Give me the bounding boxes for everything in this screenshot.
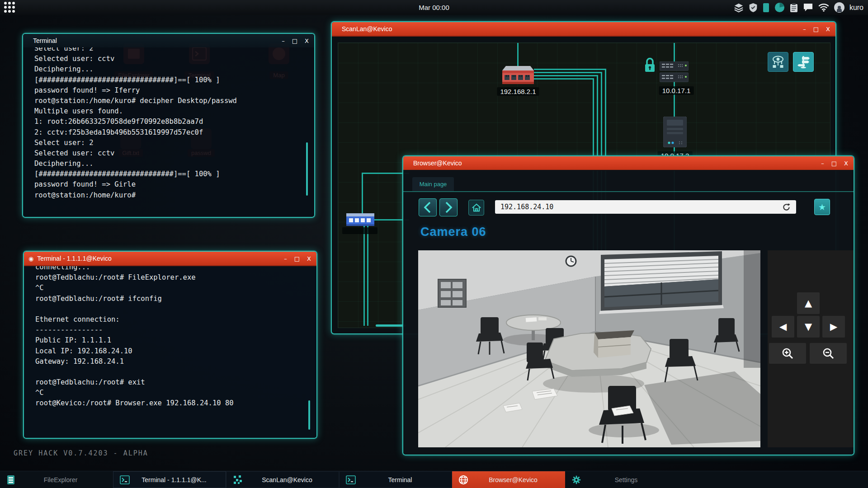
gear-icon [571,475,581,485]
clock: Mar 00:00 [419,4,449,11]
scrollbar[interactable] [306,142,308,196]
scanlan-titlebar[interactable]: ScanLan@Kevico – □ X [332,22,835,37]
terminal-titlebar[interactable]: Terminal – □ X [23,34,314,47]
close-button[interactable]: X [307,256,311,262]
terminal-icon [346,475,356,484]
map-hscrollbar[interactable] [376,324,406,327]
scan-devices-button[interactable] [768,52,788,72]
terminal-line: Gateway: 192.168.24.1 [24,357,316,368]
address-bar[interactable] [495,200,796,214]
terminal-titlebar[interactable]: ◉ Terminal - 1.1.1.1@Kevico – □ X [24,252,316,266]
forward-button[interactable] [439,198,458,216]
remote-terminal-window: ◉ Terminal - 1.1.1.1@Kevico – □ X connec… [23,251,317,439]
wifi-icon[interactable] [818,3,829,12]
terminal-line [24,305,316,315]
close-button[interactable]: X [844,160,848,166]
pan-right-button[interactable]: ▶ [822,316,845,338]
taskbar-item-label: FileExplorer [15,476,106,483]
terminal-line: root@Tedblachu:/root# ifconfig [24,295,316,305]
battery-icon[interactable] [763,3,769,13]
file-explorer-icon [6,475,15,485]
taskbar-item-label: Terminal [356,476,444,483]
router-icon[interactable] [502,66,534,85]
terminal-output[interactable]: Select user: 2 Selected user: cctv Decip… [23,47,314,217]
terminal-line: Selected user: cctv [23,55,314,65]
taskbar-item-terminal[interactable]: Terminal [339,471,452,488]
close-button[interactable]: X [305,38,309,44]
window-title: Terminal [33,37,57,44]
network-link [367,226,368,326]
apps-grid-icon[interactable] [4,2,16,14]
clipboard-icon[interactable] [790,3,798,13]
avatar-icon[interactable] [834,2,844,13]
terminal-line: ---------------- [24,326,316,336]
route-button[interactable] [793,52,814,72]
terminal-line: 2: cctv:f25b3eda19b496b5531619997d57ec0f [23,128,314,139]
zoom-out-button[interactable] [810,343,847,364]
back-button[interactable] [419,198,437,216]
minimize-button[interactable]: – [803,26,806,32]
browser-icon [458,475,468,485]
pan-down-button[interactable]: ▼ [797,316,820,338]
terminal-line: connecting... [24,266,316,273]
taskbar-item-settings[interactable]: Settings [565,471,678,488]
pan-up-button[interactable]: ▲ [797,292,820,314]
network-link [534,72,602,73]
taskbar-item-scanlan[interactable]: ScanLan@Kevico [226,471,339,488]
taskbar-item-terminal-remote[interactable]: Terminal - 1.1.1.1@K... [113,471,226,488]
taskbar-item-label: ScanLan@Kevico [243,476,331,483]
down-arrow-icon: ▼ [805,321,812,332]
taskbar-item-fileexplorer[interactable]: FileExplorer [0,471,113,488]
minimize-button[interactable]: – [282,38,285,44]
pie-chart-icon[interactable] [774,2,785,13]
zoom-in-icon [781,347,794,360]
layers-icon[interactable] [734,3,744,13]
tab-underline [403,191,854,192]
node-ip-label[interactable]: 10.0.17.1 [659,86,694,95]
minimize-button[interactable]: – [821,160,824,166]
reload-button[interactable] [782,203,791,213]
zoom-in-button[interactable] [769,343,806,364]
close-button[interactable]: X [826,26,830,32]
maximize-button[interactable]: □ [831,160,837,166]
scanlan-icon [233,475,243,485]
tower-server-icon[interactable] [663,117,687,147]
home-button[interactable] [468,200,484,216]
chevron-right-icon [443,201,453,214]
terminal-line [24,368,316,378]
chat-icon[interactable] [803,3,813,12]
terminal-line: root@station:/home/kuro# decipher Deskto… [23,97,314,107]
eye-network-icon [771,55,785,69]
window-title: Terminal - 1.1.1.1@Kevico [37,255,111,262]
switch-icon[interactable] [346,213,374,226]
rack-server-icon[interactable] [660,61,689,82]
node-ip-label[interactable] [342,227,377,234]
browser-titlebar[interactable]: Browser@Kevico – □ X [403,156,854,171]
maximize-button[interactable]: □ [813,26,819,32]
network-link [674,43,675,61]
camera-controls-panel: ▲ ◀ ▼ ▶ [768,250,854,447]
terminal-line: Ethernet connection: [24,315,316,326]
window-title: ScanLan@Kevico [342,25,392,33]
pan-left-button[interactable]: ◀ [772,316,794,338]
terminal-line: 1: root:26b6633257058de9f70992e8b8b2aa7d [23,117,314,128]
scrollbar[interactable] [308,400,310,430]
terminal-line: root@Tedblachu:/root# FileExplorer.exe [24,273,316,284]
shield-check-icon[interactable] [749,3,758,13]
terminal-line: Public IP: 1.1.1.1 [24,336,316,347]
terminal-line: Select user: 2 [23,47,314,55]
node-ip-label[interactable]: 192.168.2.1 [497,87,539,96]
terminal-output[interactable]: connecting... root@Tedblachu:/root# File… [24,266,316,438]
top-bar: Mar 00:00 kuro [0,0,868,15]
zoom-out-icon [822,347,835,360]
maximize-button[interactable]: □ [294,256,300,262]
browser-content: Main page ★ Camera 06 [403,170,854,455]
taskbar: FileExplorer Terminal - 1.1.1.1@K... Sca… [0,471,868,488]
star-icon: ★ [818,202,826,212]
browser-tab[interactable]: Main page [412,177,454,191]
taskbar-item-browser[interactable]: Browser@Kevico [452,471,565,488]
maximize-button[interactable]: □ [292,38,297,44]
bookmark-button[interactable]: ★ [814,199,830,215]
username[interactable]: kuro [849,4,863,12]
minimize-button[interactable]: – [284,256,287,262]
